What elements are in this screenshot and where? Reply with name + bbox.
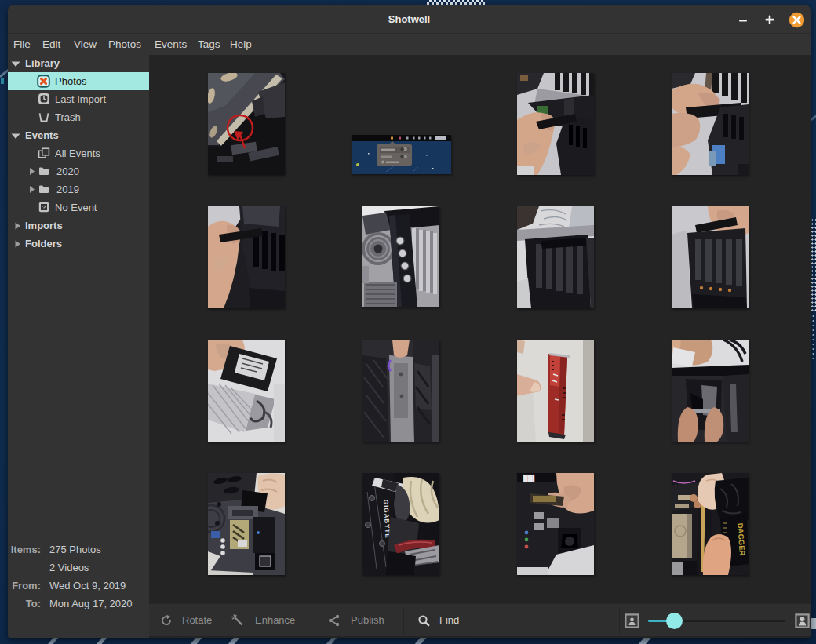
svg-text:?: ? (42, 204, 46, 211)
svg-text:██▌: ██▌ (523, 474, 537, 482)
